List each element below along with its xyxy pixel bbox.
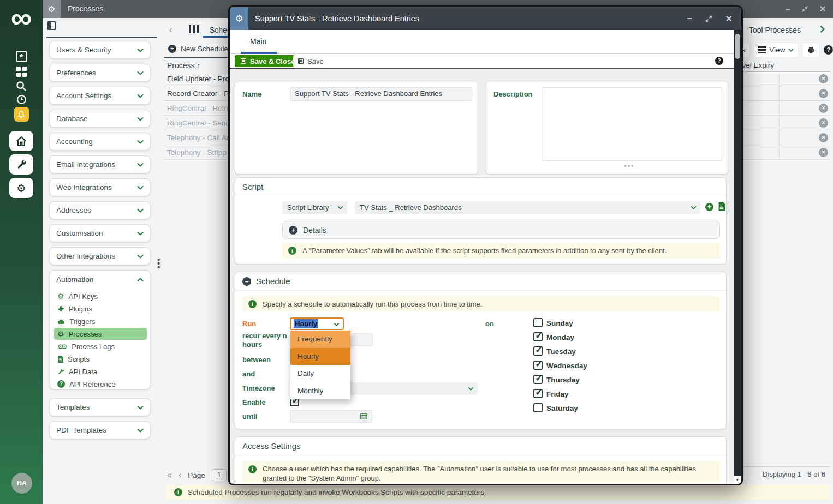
table-row[interactable]: ✕ bbox=[734, 116, 830, 130]
table-row[interactable]: Record Creator - P bbox=[164, 86, 229, 101]
run-select[interactable]: Hourly bbox=[290, 317, 344, 330]
dialog-maximize-icon[interactable] bbox=[705, 15, 712, 22]
sidebar-item-other-integrations[interactable]: Other Integrations bbox=[49, 247, 151, 265]
table-row[interactable]: Telephony - Call Ac bbox=[164, 130, 229, 145]
remove-icon[interactable]: ✕ bbox=[819, 104, 828, 113]
table-row[interactable]: Telephony - Stripp bbox=[164, 145, 229, 160]
calendar-icon[interactable] bbox=[360, 412, 368, 420]
panel-drag-handle[interactable]: ••• bbox=[157, 257, 160, 269]
checkbox-monday[interactable]: ✓ bbox=[533, 332, 543, 341]
table-row[interactable]: ✕ bbox=[734, 86, 830, 101]
sidebar-item-web-integrations[interactable]: Web Integrations bbox=[49, 178, 151, 196]
dialog-title-bar[interactable]: ⚙ Support TV Stats - Retrieve Dashboard … bbox=[230, 7, 741, 30]
remove-icon[interactable]: ✕ bbox=[819, 133, 828, 142]
table-row[interactable]: ✕ bbox=[734, 145, 830, 160]
sidebar-item-api-reference[interactable]: ?API Reference bbox=[54, 378, 147, 390]
checkbox-thursday[interactable]: ✓ bbox=[533, 375, 543, 384]
processes-tab-gear-icon[interactable]: ⚙ bbox=[43, 0, 61, 18]
window-close-icon[interactable]: ✕ bbox=[819, 4, 826, 14]
sidebar-item-triggers[interactable]: Triggers bbox=[54, 315, 147, 327]
sidebar-item-api-keys[interactable]: ⚙API Keys bbox=[54, 290, 147, 302]
columns-icon[interactable] bbox=[189, 25, 199, 33]
sidebar-item-customisation[interactable]: Customisation bbox=[49, 224, 151, 242]
back-chevron-icon[interactable]: ‹ bbox=[169, 24, 172, 35]
table-row[interactable]: ✕ bbox=[734, 130, 830, 145]
open-script-icon[interactable] bbox=[718, 202, 725, 211]
table-row[interactable]: RingCentral - Send bbox=[164, 116, 229, 130]
dialog-scrollbar[interactable]: ▼ bbox=[734, 30, 741, 484]
resize-handle[interactable]: ●●● bbox=[624, 163, 634, 169]
apps-grid-icon[interactable] bbox=[0, 67, 43, 77]
remove-icon[interactable]: ✕ bbox=[819, 118, 828, 128]
print-button[interactable] bbox=[802, 43, 819, 57]
sidebar-item-preferences[interactable]: Preferences bbox=[49, 64, 151, 82]
table-row[interactable]: RingCentral - Retri bbox=[164, 101, 229, 116]
window-restore-icon[interactable] bbox=[801, 5, 808, 13]
collapse-minus-icon[interactable]: – bbox=[242, 277, 251, 286]
sidebar-item-api-data[interactable]: API Data bbox=[54, 365, 147, 377]
first-page-icon[interactable]: « bbox=[167, 470, 172, 480]
checkbox-wednesday[interactable]: ✓ bbox=[533, 361, 543, 370]
help-icon[interactable]: ? bbox=[715, 57, 723, 65]
checkbox-tuesday[interactable]: ✓ bbox=[533, 346, 543, 356]
sidebar-item-email-integrations[interactable]: Email Integrations bbox=[49, 155, 151, 173]
notifications-bell-icon[interactable] bbox=[0, 107, 43, 122]
table-row[interactable]: Field Updater - Pro bbox=[164, 71, 229, 86]
sidebar-item-database[interactable]: Database bbox=[49, 110, 151, 128]
shortcuts-icon[interactable]: * bbox=[0, 51, 43, 62]
chevron-right-icon[interactable] bbox=[820, 26, 825, 33]
prev-page-icon[interactable]: ‹ bbox=[178, 470, 181, 480]
column-header-process[interactable]: Process ↑ bbox=[167, 61, 200, 70]
clock-icon[interactable] bbox=[0, 94, 43, 105]
sidebar-item-account-settings[interactable]: Account Settings bbox=[49, 87, 151, 105]
dialog-minimize-icon[interactable]: – bbox=[687, 14, 692, 23]
scrollbar-thumb[interactable] bbox=[735, 34, 740, 59]
sidebar-item-plugins[interactable]: Plugins bbox=[54, 303, 147, 315]
remove-icon[interactable]: ✕ bbox=[819, 74, 828, 83]
sidebar-item-process-logs[interactable]: ⚙⚙Process Logs bbox=[54, 340, 147, 352]
tab-main[interactable]: Main bbox=[250, 37, 266, 46]
page-input[interactable]: 1 bbox=[212, 469, 227, 481]
option-hourly[interactable]: Hourly bbox=[290, 348, 350, 365]
checkbox-friday[interactable]: ✓ bbox=[533, 389, 543, 398]
checkbox-sunday[interactable]: ✓ bbox=[533, 318, 543, 327]
option-frequently[interactable]: Frequently bbox=[290, 331, 350, 348]
script-library-select[interactable]: Script Library bbox=[282, 201, 347, 214]
sidebar-item-automation[interactable]: Automation bbox=[50, 271, 150, 289]
remove-icon[interactable]: ✕ bbox=[819, 148, 828, 157]
view-dropdown[interactable]: View bbox=[754, 43, 798, 57]
settings-gear-button[interactable]: ⚙ bbox=[9, 178, 33, 198]
sidebar-item-templates[interactable]: Templates bbox=[49, 398, 151, 416]
search-icon[interactable] bbox=[0, 80, 43, 92]
name-input[interactable]: Support TV Stats - Retrieve Dashboard En… bbox=[290, 87, 472, 101]
sidebar-item-users-security[interactable]: Users & Security bbox=[49, 41, 151, 59]
tools-wrench-button[interactable] bbox=[9, 154, 33, 175]
save-button[interactable]: Save bbox=[293, 55, 328, 67]
column-header-expiry[interactable]: evel Expiry bbox=[738, 61, 774, 69]
table-row[interactable]: ✕ bbox=[734, 101, 830, 116]
sidebar-collapse-icon[interactable] bbox=[47, 21, 56, 30]
details-expander[interactable]: + Details bbox=[282, 221, 720, 239]
sidebar-item-scripts[interactable]: Scripts bbox=[54, 353, 147, 365]
save-and-close-button[interactable]: Save & Close bbox=[235, 55, 300, 67]
table-row[interactable]: ✕ bbox=[734, 71, 830, 86]
sidebar-item-accounting[interactable]: Accounting bbox=[49, 133, 151, 151]
sidebar-item-pdf-templates[interactable]: PDF Templates bbox=[49, 421, 151, 439]
option-daily[interactable]: Daily bbox=[290, 365, 350, 382]
avatar[interactable]: HA bbox=[11, 473, 32, 494]
dialog-close-icon[interactable]: ✕ bbox=[725, 14, 733, 24]
script-select[interactable]: TV Stats _ Retrieve Dashboards bbox=[355, 201, 700, 214]
sidebar-item-addresses[interactable]: Addresses bbox=[49, 201, 151, 219]
description-textarea[interactable] bbox=[542, 87, 722, 161]
scroll-down-icon[interactable]: ▼ bbox=[734, 476, 741, 484]
sidebar-item-processes[interactable]: ⚙Processes bbox=[54, 328, 147, 340]
remove-icon[interactable]: ✕ bbox=[819, 89, 828, 98]
help-icon[interactable]: ? bbox=[824, 45, 833, 55]
checkbox-saturday[interactable]: ✓ bbox=[533, 403, 543, 412]
top-tab-label[interactable]: Processes bbox=[68, 0, 103, 18]
home-button[interactable] bbox=[9, 131, 33, 151]
option-monthly[interactable]: Monthly bbox=[290, 382, 350, 400]
add-script-icon[interactable]: + bbox=[705, 203, 713, 211]
window-minimize-icon[interactable]: – bbox=[786, 4, 790, 14]
new-scheduled-button[interactable]: + New Scheduled bbox=[168, 45, 233, 53]
